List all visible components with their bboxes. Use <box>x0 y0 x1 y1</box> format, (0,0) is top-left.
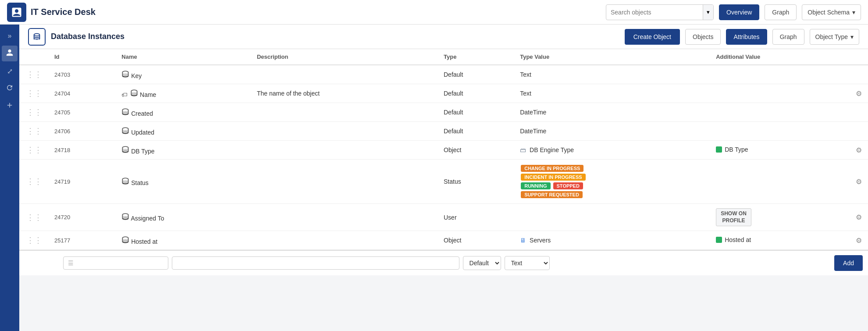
tab-object-type[interactable]: Object Type ▾ <box>810 29 859 45</box>
app-logo <box>7 3 26 22</box>
row-type: Default <box>438 103 515 122</box>
add-attribute-row: ☰ Default Object User Status Text DateTi… <box>19 250 868 275</box>
add-row-icon-input[interactable]: ☰ <box>63 256 168 270</box>
object-type-icon: 🗃 <box>520 146 526 153</box>
tab-attributes[interactable]: Attributes <box>726 29 767 45</box>
add-row-type-select[interactable]: Default Object User Status <box>463 256 501 270</box>
row-description <box>252 141 438 160</box>
drag-handle-icon[interactable]: ⋮⋮ <box>25 127 44 135</box>
object-schema-button[interactable]: Object Schema ▾ <box>802 4 861 20</box>
row-id: 24718 <box>49 141 116 160</box>
row-description <box>252 122 438 141</box>
row-additional-value <box>711 122 850 141</box>
main-layout: » ⤢ Databas <box>0 25 868 331</box>
add-row-typevalue-select[interactable]: Text DateTime Object User <box>505 256 550 270</box>
color-swatch <box>716 237 722 243</box>
status-badge: SUPPORT REQUESTED <box>521 191 583 198</box>
show-on-profile-button[interactable]: SHOW ONPROFILE <box>716 208 751 226</box>
row-gear-cell <box>850 122 868 141</box>
drag-handle-icon[interactable]: ⋮⋮ <box>25 146 44 154</box>
row-type: User <box>438 204 515 231</box>
sidebar-refresh[interactable] <box>2 81 18 96</box>
row-description <box>252 204 438 231</box>
database-instances-icon <box>32 32 42 42</box>
sidebar-collapse[interactable]: » <box>2 28 18 44</box>
drag-handle-cell: ⋮⋮ <box>19 122 49 141</box>
status-badges: CHANGE IN PROGRESS INCIDENT IN PROGRESS … <box>520 164 705 199</box>
gear-button[interactable]: ⚙ <box>856 213 862 221</box>
refresh-icon <box>6 84 14 93</box>
gear-button[interactable]: ⚙ <box>856 178 862 186</box>
row-name: Key <box>131 72 142 79</box>
gear-button[interactable]: ⚙ <box>856 146 862 154</box>
drag-handle-icon[interactable]: ⋮⋮ <box>25 236 44 245</box>
drag-handle-icon[interactable]: ⋮⋮ <box>25 213 44 222</box>
logo-icon <box>11 6 23 18</box>
sidebar-add[interactable] <box>2 98 18 114</box>
row-gear-cell: ⚙ <box>850 231 868 250</box>
row-id: 24704 <box>49 84 116 103</box>
col-type-value: Type Value <box>515 49 711 65</box>
gear-button[interactable]: ⚙ <box>856 236 862 245</box>
tab-graph[interactable]: Graph <box>772 29 804 45</box>
additional-value-text: Hosted at <box>725 236 751 243</box>
app-title: IT Service Desk <box>31 7 96 17</box>
gear-button[interactable]: ⚙ <box>856 89 862 98</box>
status-badge: STOPPED <box>553 182 583 189</box>
row-gear-cell <box>850 103 868 122</box>
expand-icon: ⤢ <box>7 67 13 75</box>
attributes-table-container: Id Name Description Type Type Value Addi… <box>19 49 868 275</box>
row-gear-cell: ⚙ <box>850 84 868 103</box>
add-row-name-input[interactable] <box>172 256 459 270</box>
row-type-value: CHANGE IN PROGRESS INCIDENT IN PROGRESS … <box>515 160 711 204</box>
row-additional-value <box>711 65 850 84</box>
row-description <box>252 160 438 204</box>
user-icon <box>6 49 14 58</box>
table-header-row: Id Name Description Type Type Value Addi… <box>19 49 868 65</box>
row-gear-cell: ⚙ <box>850 141 868 160</box>
create-object-button[interactable]: Create Object <box>625 29 680 45</box>
logo-area: IT Service Desk <box>7 3 96 22</box>
row-additional-value <box>711 84 850 103</box>
sidebar-expand[interactable]: ⤢ <box>2 63 18 79</box>
drag-handle-cell: ⋮⋮ <box>19 141 49 160</box>
tab-objects[interactable]: Objects <box>685 29 721 45</box>
row-name: Updated <box>131 129 154 136</box>
row-additional-value: Hosted at <box>711 231 850 250</box>
color-swatch <box>716 146 722 153</box>
search-dropdown-button[interactable]: ▾ <box>703 5 713 20</box>
drag-handle-icon[interactable]: ⋮⋮ <box>25 89 44 98</box>
row-id: 24705 <box>49 103 116 122</box>
attribute-icon <box>121 127 129 135</box>
additional-value-box: DB Type <box>716 146 748 153</box>
row-name-cell: Updated <box>116 122 252 141</box>
sidebar-user[interactable] <box>2 46 18 61</box>
object-schema-label: Object Schema <box>808 9 850 16</box>
table-icon: ☰ <box>68 260 74 267</box>
row-name-cell: Hosted at <box>116 231 252 250</box>
table-row: ⋮⋮ 24719 Status Status CHANGE IN <box>19 160 868 204</box>
row-id: 24703 <box>49 65 116 84</box>
row-description <box>252 103 438 122</box>
drag-handle-icon[interactable]: ⋮⋮ <box>25 70 44 79</box>
table-row: ⋮⋮ 24706 Updated Default DateTime <box>19 122 868 141</box>
overview-button[interactable]: Overview <box>719 4 759 20</box>
col-name: Name <box>116 49 252 65</box>
table-row: ⋮⋮ 24703 Key Default Text <box>19 65 868 84</box>
status-badge: RUNNING <box>521 182 550 189</box>
row-name: Status <box>131 179 149 186</box>
table-row: ⋮⋮ 25177 Hosted at Object 🖥 Server <box>19 231 868 250</box>
drag-handle-cell: ⋮⋮ <box>19 231 49 250</box>
top-navigation: IT Service Desk ▾ Overview Graph Object … <box>0 0 868 25</box>
drag-handle-icon[interactable]: ⋮⋮ <box>25 177 44 186</box>
row-name-cell: Created <box>116 103 252 122</box>
add-button[interactable]: Add <box>834 255 863 271</box>
search-input[interactable] <box>606 9 703 16</box>
graph-button[interactable]: Graph <box>765 4 797 20</box>
col-drag <box>19 49 49 65</box>
drag-handle-icon[interactable]: ⋮⋮ <box>25 108 44 117</box>
table-row: ⋮⋮ 24704 🏷 Name The name of the object D… <box>19 84 868 103</box>
row-type: Default <box>438 65 515 84</box>
row-id: 24719 <box>49 160 116 204</box>
tag-icon: 🏷 <box>121 91 128 98</box>
